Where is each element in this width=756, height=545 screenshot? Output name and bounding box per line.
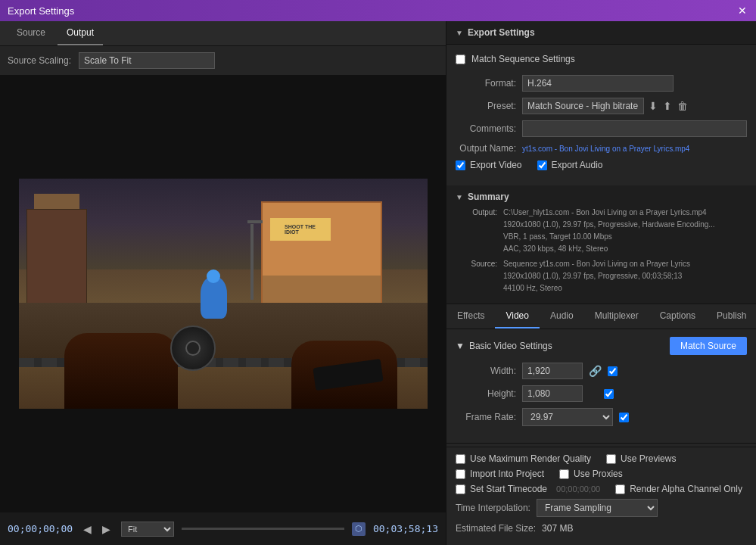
file-size-row: Estimated File Size: 307 MB [456, 523, 747, 534]
source-scaling-row: Source Scaling: Scale To Fit Scale To Fi… [0, 46, 446, 75]
play-backward-button[interactable]: ◀ [80, 522, 95, 537]
basic-video-title: ▼ Basic Video Settings [456, 341, 552, 351]
bottom-row-3: Set Start Timecode 00;00;00;00 Render Al… [456, 484, 747, 494]
import-preset-button[interactable]: ⬆ [661, 98, 674, 114]
use-proxies-item: Use Proxies [559, 469, 623, 479]
output-name-row: Output Name: yt1s.com - Bon Jovi Living … [456, 143, 747, 154]
height-row: Height: [456, 385, 747, 402]
start-timecode: 00;00;00;00 [8, 523, 73, 534]
bottom-row-1: Use Maximum Render Quality Use Previews [456, 453, 747, 464]
preset-controls: Match Source - High bitrate ⬇ ⬆ 🗑 [522, 98, 689, 114]
output-name-label: Output Name: [456, 143, 516, 154]
format-row: Format: H.264 [456, 75, 747, 92]
set-start-timecode-item: Set Start Timecode 00;00;00;00 [456, 484, 600, 494]
time-interpolation-select[interactable]: Frame Sampling Frame Blending Optical Fl… [537, 499, 658, 517]
basic-video-title-text: Basic Video Settings [469, 341, 552, 351]
export-video-checkbox[interactable] [456, 160, 465, 170]
render-alpha-checkbox[interactable] [615, 484, 625, 494]
width-label: Width: [456, 366, 516, 376]
frame-rate-lock-checkbox[interactable] [619, 413, 629, 422]
output-key: Output: [456, 207, 497, 255]
import-into-project-checkbox[interactable] [456, 469, 465, 479]
comments-label: Comments: [456, 123, 516, 134]
use-max-render-quality-label: Use Maximum Render Quality [470, 453, 591, 464]
preset-select[interactable]: Match Source - High bitrate [522, 98, 644, 114]
source-line3: 44100 Hz, Stereo [503, 282, 690, 294]
source-key: Source: [456, 258, 497, 294]
use-proxies-label: Use Proxies [574, 469, 623, 479]
preset-label: Preset: [456, 101, 516, 111]
use-previews-label: Use Previews [621, 453, 676, 464]
link-icon: 🔗 [589, 365, 602, 377]
fit-select[interactable]: Fit [121, 522, 174, 537]
set-start-timecode-label: Set Start Timecode [470, 484, 547, 494]
summary-title: Summary [468, 192, 509, 202]
timeline-progress[interactable] [182, 528, 344, 530]
source-scaling-label: Source Scaling: [8, 55, 71, 66]
use-proxies-checkbox[interactable] [559, 469, 569, 479]
tab-effects[interactable]: Effects [446, 304, 495, 329]
preset-row: Preset: Match Source - High bitrate ⬇ ⬆ … [456, 98, 747, 114]
time-interpolation-label: Time Interpolation: [456, 503, 530, 513]
comments-row: Comments: [456, 120, 747, 137]
match-source-button[interactable]: Match Source [670, 337, 747, 355]
source-scaling-select[interactable]: Scale To Fit Scale To Fill Stretch To Fi… [79, 52, 215, 69]
summary-source-row: Source: Sequence yt1s.com - Bon Jovi Liv… [456, 258, 747, 294]
width-row: Width: 🔗 [456, 363, 747, 379]
delete-preset-button[interactable]: 🗑 [676, 98, 689, 114]
basic-video-header: ▼ Basic Video Settings Match Source [456, 337, 747, 355]
export-audio-checkbox[interactable] [537, 160, 547, 170]
match-sequence-checkbox[interactable] [456, 54, 465, 64]
tab-row: Effects Video Audio Multiplexer Captions… [446, 304, 756, 329]
export-settings-title: Export Settings [468, 27, 535, 38]
tab-source[interactable]: Source [8, 21, 54, 45]
import-into-project-item: Import Into Project [456, 469, 544, 479]
height-input[interactable] [522, 385, 583, 402]
width-input[interactable] [522, 363, 583, 379]
format-label: Format: [456, 78, 516, 89]
summary-section: ▼ Summary Output: C:\User_hlyt1s.com - B… [446, 185, 756, 304]
use-max-render-quality-checkbox[interactable] [456, 454, 465, 464]
play-forward-button[interactable]: ▶ [99, 522, 114, 537]
output-line2: 1920x1080 (1.0), 29.97 fps, Progressive,… [503, 219, 715, 231]
source-line2: 1920x1080 (1.0), 29.97 fps, Progressive,… [503, 270, 690, 282]
render-alpha-label: Render Alpha Channel Only [630, 484, 742, 494]
source-values: Sequence yt1s.com - Bon Jovi Living on a… [503, 258, 690, 294]
output-name-value[interactable]: yt1s.com - Bon Jovi Living on a Prayer L… [522, 145, 689, 153]
save-preset-button[interactable]: ⬇ [647, 98, 659, 114]
frame-rate-select[interactable]: 29.97 [522, 408, 613, 426]
divider-1 [446, 443, 756, 444]
tab-captions[interactable]: Captions [649, 304, 706, 329]
summary-header[interactable]: ▼ Summary [456, 192, 747, 202]
tab-publish[interactable]: Publish [706, 304, 756, 329]
right-panel: ▼ Export Settings Match Sequence Setting… [446, 21, 756, 545]
format-select[interactable]: H.264 [522, 75, 674, 92]
frame-rate-label: Frame Rate: [456, 412, 516, 422]
frame-rate-row: Frame Rate: 29.97 [456, 408, 747, 426]
match-sequence-row: Match Sequence Settings [456, 51, 747, 67]
output-line1: C:\User_hlyt1s.com - Bon Jovi Living on … [503, 207, 715, 219]
export-audio-label: Export Audio [552, 160, 603, 170]
title-bar-text: Export Settings [8, 5, 74, 17]
export-audio-row: Export Audio [537, 160, 603, 170]
export-icon[interactable]: ⬡ [352, 522, 366, 536]
preset-icon-group: ⬇ ⬆ 🗑 [647, 98, 689, 114]
close-button[interactable]: ✕ [736, 5, 748, 17]
scene-background: SHOOT THEIDIOT [19, 179, 428, 409]
tab-multiplexer[interactable]: Multiplexer [584, 304, 649, 329]
tab-output[interactable]: Output [58, 21, 103, 45]
comments-input[interactable] [522, 120, 747, 137]
tab-video[interactable]: Video [495, 304, 539, 329]
end-timecode: 00;03;58;13 [373, 523, 438, 534]
use-previews-checkbox[interactable] [606, 454, 616, 464]
set-start-timecode-checkbox[interactable] [456, 484, 465, 494]
left-panel: Source Output Source Scaling: Scale To F… [0, 21, 446, 545]
summary-collapse-icon: ▼ [456, 193, 463, 201]
width-lock-checkbox[interactable] [608, 366, 618, 376]
use-previews-item: Use Previews [606, 453, 676, 464]
height-lock-checkbox[interactable] [604, 389, 614, 399]
export-video-label: Export Video [470, 160, 522, 170]
height-label: Height: [456, 388, 516, 399]
use-max-render-quality-item: Use Maximum Render Quality [456, 453, 591, 464]
tab-audio[interactable]: Audio [540, 304, 584, 329]
